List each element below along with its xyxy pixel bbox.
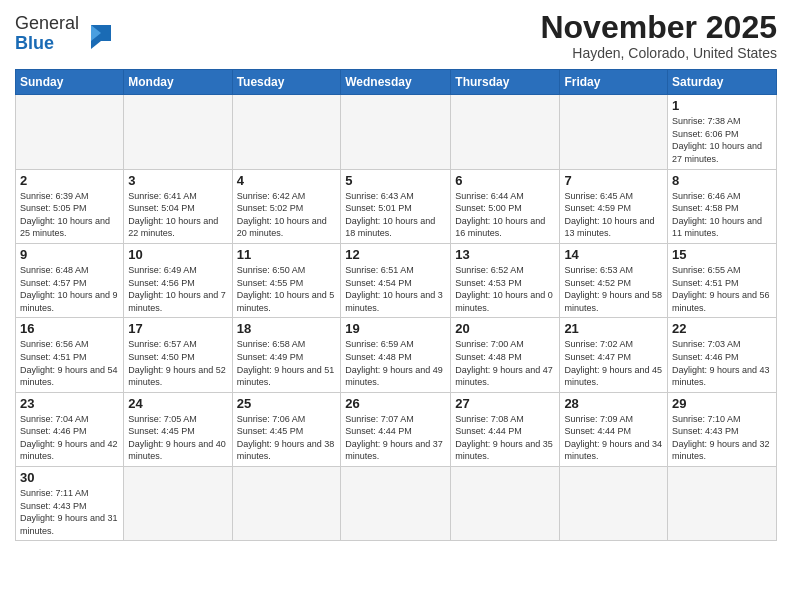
table-row: 27Sunrise: 7:08 AM Sunset: 4:44 PM Dayli… bbox=[451, 392, 560, 466]
table-row: 2Sunrise: 6:39 AM Sunset: 5:05 PM Daylig… bbox=[16, 169, 124, 243]
day-info: Sunrise: 6:42 AM Sunset: 5:02 PM Dayligh… bbox=[237, 190, 337, 240]
col-saturday: Saturday bbox=[668, 70, 777, 95]
day-number: 20 bbox=[455, 321, 555, 336]
day-info: Sunrise: 6:39 AM Sunset: 5:05 PM Dayligh… bbox=[20, 190, 119, 240]
table-row bbox=[341, 95, 451, 169]
calendar-table: Sunday Monday Tuesday Wednesday Thursday… bbox=[15, 69, 777, 541]
day-number: 2 bbox=[20, 173, 119, 188]
day-number: 19 bbox=[345, 321, 446, 336]
day-number: 23 bbox=[20, 396, 119, 411]
table-row: 19Sunrise: 6:59 AM Sunset: 4:48 PM Dayli… bbox=[341, 318, 451, 392]
table-row: 29Sunrise: 7:10 AM Sunset: 4:43 PM Dayli… bbox=[668, 392, 777, 466]
day-info: Sunrise: 7:00 AM Sunset: 4:48 PM Dayligh… bbox=[455, 338, 555, 388]
table-row: 13Sunrise: 6:52 AM Sunset: 4:53 PM Dayli… bbox=[451, 243, 560, 317]
table-row bbox=[560, 467, 668, 541]
col-thursday: Thursday bbox=[451, 70, 560, 95]
day-number: 28 bbox=[564, 396, 663, 411]
day-info: Sunrise: 7:03 AM Sunset: 4:46 PM Dayligh… bbox=[672, 338, 772, 388]
table-row: 24Sunrise: 7:05 AM Sunset: 4:45 PM Dayli… bbox=[124, 392, 232, 466]
day-info: Sunrise: 7:10 AM Sunset: 4:43 PM Dayligh… bbox=[672, 413, 772, 463]
day-number: 11 bbox=[237, 247, 337, 262]
col-tuesday: Tuesday bbox=[232, 70, 341, 95]
day-info: Sunrise: 6:51 AM Sunset: 4:54 PM Dayligh… bbox=[345, 264, 446, 314]
table-row bbox=[16, 95, 124, 169]
table-row: 21Sunrise: 7:02 AM Sunset: 4:47 PM Dayli… bbox=[560, 318, 668, 392]
title-section: November 2025 Hayden, Colorado, United S… bbox=[540, 10, 777, 61]
table-row bbox=[451, 467, 560, 541]
day-number: 29 bbox=[672, 396, 772, 411]
table-row bbox=[124, 95, 232, 169]
day-info: Sunrise: 7:07 AM Sunset: 4:44 PM Dayligh… bbox=[345, 413, 446, 463]
day-info: Sunrise: 6:45 AM Sunset: 4:59 PM Dayligh… bbox=[564, 190, 663, 240]
day-info: Sunrise: 6:41 AM Sunset: 5:04 PM Dayligh… bbox=[128, 190, 227, 240]
day-info: Sunrise: 7:09 AM Sunset: 4:44 PM Dayligh… bbox=[564, 413, 663, 463]
day-number: 18 bbox=[237, 321, 337, 336]
day-info: Sunrise: 6:50 AM Sunset: 4:55 PM Dayligh… bbox=[237, 264, 337, 314]
table-row: 5Sunrise: 6:43 AM Sunset: 5:01 PM Daylig… bbox=[341, 169, 451, 243]
col-wednesday: Wednesday bbox=[341, 70, 451, 95]
table-row: 12Sunrise: 6:51 AM Sunset: 4:54 PM Dayli… bbox=[341, 243, 451, 317]
day-number: 24 bbox=[128, 396, 227, 411]
table-row: 30Sunrise: 7:11 AM Sunset: 4:43 PM Dayli… bbox=[16, 467, 124, 541]
day-number: 10 bbox=[128, 247, 227, 262]
day-info: Sunrise: 6:58 AM Sunset: 4:49 PM Dayligh… bbox=[237, 338, 337, 388]
day-number: 7 bbox=[564, 173, 663, 188]
table-row: 9Sunrise: 6:48 AM Sunset: 4:57 PM Daylig… bbox=[16, 243, 124, 317]
table-row: 23Sunrise: 7:04 AM Sunset: 4:46 PM Dayli… bbox=[16, 392, 124, 466]
day-info: Sunrise: 6:46 AM Sunset: 4:58 PM Dayligh… bbox=[672, 190, 772, 240]
table-row: 17Sunrise: 6:57 AM Sunset: 4:50 PM Dayli… bbox=[124, 318, 232, 392]
location: Hayden, Colorado, United States bbox=[540, 45, 777, 61]
day-number: 8 bbox=[672, 173, 772, 188]
day-number: 5 bbox=[345, 173, 446, 188]
day-info: Sunrise: 7:04 AM Sunset: 4:46 PM Dayligh… bbox=[20, 413, 119, 463]
table-row: 26Sunrise: 7:07 AM Sunset: 4:44 PM Dayli… bbox=[341, 392, 451, 466]
calendar-page: General Blue November 2025 Hayden, Color… bbox=[0, 0, 792, 612]
table-row bbox=[232, 95, 341, 169]
day-info: Sunrise: 6:48 AM Sunset: 4:57 PM Dayligh… bbox=[20, 264, 119, 314]
table-row: 20Sunrise: 7:00 AM Sunset: 4:48 PM Dayli… bbox=[451, 318, 560, 392]
day-info: Sunrise: 6:57 AM Sunset: 4:50 PM Dayligh… bbox=[128, 338, 227, 388]
col-friday: Friday bbox=[560, 70, 668, 95]
table-row: 11Sunrise: 6:50 AM Sunset: 4:55 PM Dayli… bbox=[232, 243, 341, 317]
day-info: Sunrise: 6:59 AM Sunset: 4:48 PM Dayligh… bbox=[345, 338, 446, 388]
table-row bbox=[124, 467, 232, 541]
table-row bbox=[341, 467, 451, 541]
day-number: 12 bbox=[345, 247, 446, 262]
table-row: 8Sunrise: 6:46 AM Sunset: 4:58 PM Daylig… bbox=[668, 169, 777, 243]
day-info: Sunrise: 7:05 AM Sunset: 4:45 PM Dayligh… bbox=[128, 413, 227, 463]
table-row: 7Sunrise: 6:45 AM Sunset: 4:59 PM Daylig… bbox=[560, 169, 668, 243]
table-row: 1Sunrise: 7:38 AM Sunset: 6:06 PM Daylig… bbox=[668, 95, 777, 169]
day-info: Sunrise: 6:52 AM Sunset: 4:53 PM Dayligh… bbox=[455, 264, 555, 314]
table-row bbox=[560, 95, 668, 169]
table-row: 4Sunrise: 6:42 AM Sunset: 5:02 PM Daylig… bbox=[232, 169, 341, 243]
day-number: 25 bbox=[237, 396, 337, 411]
day-number: 9 bbox=[20, 247, 119, 262]
table-row: 16Sunrise: 6:56 AM Sunset: 4:51 PM Dayli… bbox=[16, 318, 124, 392]
day-number: 21 bbox=[564, 321, 663, 336]
table-row bbox=[232, 467, 341, 541]
day-number: 22 bbox=[672, 321, 772, 336]
logo-text: General Blue bbox=[15, 14, 79, 54]
logo-blue: Blue bbox=[15, 34, 79, 54]
table-row: 25Sunrise: 7:06 AM Sunset: 4:45 PM Dayli… bbox=[232, 392, 341, 466]
col-sunday: Sunday bbox=[16, 70, 124, 95]
day-info: Sunrise: 6:49 AM Sunset: 4:56 PM Dayligh… bbox=[128, 264, 227, 314]
table-row: 3Sunrise: 6:41 AM Sunset: 5:04 PM Daylig… bbox=[124, 169, 232, 243]
table-row: 15Sunrise: 6:55 AM Sunset: 4:51 PM Dayli… bbox=[668, 243, 777, 317]
day-number: 6 bbox=[455, 173, 555, 188]
day-info: Sunrise: 7:38 AM Sunset: 6:06 PM Dayligh… bbox=[672, 115, 772, 165]
day-info: Sunrise: 7:11 AM Sunset: 4:43 PM Dayligh… bbox=[20, 487, 119, 537]
day-number: 17 bbox=[128, 321, 227, 336]
day-number: 27 bbox=[455, 396, 555, 411]
table-row bbox=[451, 95, 560, 169]
day-number: 16 bbox=[20, 321, 119, 336]
col-monday: Monday bbox=[124, 70, 232, 95]
logo: General Blue bbox=[15, 14, 111, 54]
table-row: 6Sunrise: 6:44 AM Sunset: 5:00 PM Daylig… bbox=[451, 169, 560, 243]
table-row: 18Sunrise: 6:58 AM Sunset: 4:49 PM Dayli… bbox=[232, 318, 341, 392]
day-info: Sunrise: 7:08 AM Sunset: 4:44 PM Dayligh… bbox=[455, 413, 555, 463]
table-row: 22Sunrise: 7:03 AM Sunset: 4:46 PM Dayli… bbox=[668, 318, 777, 392]
table-row: 28Sunrise: 7:09 AM Sunset: 4:44 PM Dayli… bbox=[560, 392, 668, 466]
day-number: 30 bbox=[20, 470, 119, 485]
logo-icon bbox=[83, 21, 111, 49]
